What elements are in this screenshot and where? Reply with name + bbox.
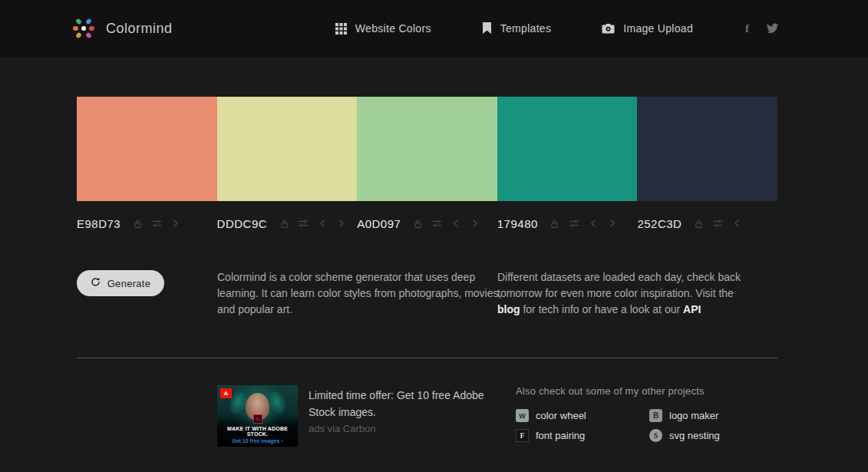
- link-svg-nesting[interactable]: S svg nesting: [649, 429, 720, 442]
- logo-maker-icon: B: [649, 409, 662, 422]
- camera-icon: [602, 23, 615, 34]
- brand-name: Colormind: [106, 21, 173, 37]
- color-wheel-icon: W: [516, 409, 529, 422]
- font-pairing-icon: F: [516, 429, 529, 442]
- projects-heading: Also check out some of my other projects: [516, 385, 720, 397]
- palette-controls-row: E98D73 DDDC9C: [77, 213, 777, 234]
- lock-icon[interactable]: [550, 217, 560, 229]
- link-label: font pairing: [536, 430, 585, 441]
- nav-image-upload[interactable]: Image Upload: [602, 22, 693, 35]
- chevron-right-icon[interactable]: [336, 217, 347, 229]
- adobe-stock-icon: St: [253, 414, 262, 424]
- about-text-left: Colormind is a color scheme generator th…: [217, 269, 503, 318]
- svg-nesting-icon: S: [649, 429, 662, 442]
- color-palette: [77, 97, 777, 201]
- lock-icon[interactable]: [693, 217, 704, 229]
- nav-label: Templates: [500, 22, 552, 35]
- hex-code: E98D73: [77, 217, 120, 230]
- about-text-right: Different datasets are loaded each day, …: [497, 269, 749, 318]
- social-links: f: [745, 22, 779, 35]
- blog-link[interactable]: blog: [497, 303, 520, 315]
- ad-copy: Limited time offer: Get 10 free Adobe St…: [309, 385, 497, 447]
- link-label: color wheel: [536, 410, 586, 421]
- bookmark-icon: [482, 22, 492, 35]
- projects-grid: W color wheel B logo maker F font pairin…: [516, 409, 720, 442]
- chevron-right-icon[interactable]: [470, 217, 480, 229]
- link-label: logo maker: [669, 410, 718, 421]
- facebook-icon[interactable]: f: [745, 22, 749, 35]
- ad-image[interactable]: A St MAKE IT WITH ADOBE STOCK. Get 10 fr…: [217, 385, 298, 447]
- lock-icon[interactable]: [279, 217, 289, 229]
- footer: A St MAKE IT WITH ADOBE STOCK. Get 10 fr…: [77, 385, 777, 472]
- swatch-4[interactable]: [497, 97, 638, 201]
- grid-icon: [335, 23, 347, 35]
- chevron-right-icon[interactable]: [170, 217, 181, 229]
- ad-headline[interactable]: Limited time offer: Get 10 free Adobe St…: [309, 387, 497, 421]
- nav-label: Image Upload: [623, 22, 693, 35]
- chevron-left-icon[interactable]: [317, 217, 328, 229]
- brand[interactable]: Colormind: [73, 18, 173, 39]
- other-projects: Also check out some of my other projects…: [516, 385, 720, 442]
- swatch-controls-5: 252C3D: [637, 213, 777, 234]
- adjust-sliders-icon[interactable]: [712, 217, 723, 229]
- hex-code: 252C3D: [637, 217, 682, 230]
- adjust-sliders-icon[interactable]: [431, 217, 442, 229]
- adjust-sliders-icon[interactable]: [298, 217, 309, 229]
- swatch-controls-4: 179480: [497, 213, 638, 234]
- ad-attribution[interactable]: ads via Carbon: [309, 423, 497, 434]
- adobe-logo-icon: A: [220, 388, 232, 398]
- generate-label: Generate: [107, 278, 151, 289]
- swatch-controls-2: DDDC9C: [217, 213, 358, 234]
- chevron-right-icon[interactable]: [607, 217, 618, 229]
- swatch-2[interactable]: [217, 97, 358, 201]
- hex-code: A0D097: [357, 217, 401, 230]
- adjust-sliders-icon[interactable]: [151, 217, 162, 229]
- about-section: Generate Colormind is a color scheme gen…: [77, 270, 777, 322]
- nav-website-colors[interactable]: Website Colors: [335, 22, 431, 35]
- swatch-5[interactable]: [637, 97, 777, 201]
- link-color-wheel[interactable]: W color wheel: [516, 409, 649, 422]
- chevron-left-icon[interactable]: [731, 217, 742, 229]
- top-navbar: Colormind Website Colors Templ: [0, 0, 868, 57]
- colormind-logo-icon: [73, 18, 94, 39]
- footer-divider: [77, 358, 777, 358]
- link-font-pairing[interactable]: F font pairing: [516, 429, 649, 442]
- nav-templates[interactable]: Templates: [482, 22, 552, 35]
- twitter-icon[interactable]: [766, 23, 779, 35]
- main-nav: Website Colors Templates Image Upload: [335, 22, 693, 35]
- chevron-left-icon[interactable]: [588, 217, 599, 229]
- adjust-sliders-icon[interactable]: [569, 217, 579, 229]
- ad-image-headline: MAKE IT WITH ADOBE STOCK.: [217, 426, 298, 437]
- about-right-part2: for tech info or have a look at our: [520, 303, 683, 315]
- link-label: svg nesting: [669, 430, 720, 441]
- swatch-controls-3: A0D097: [357, 213, 497, 234]
- hex-code: 179480: [497, 217, 538, 230]
- main-content: E98D73 DDDC9C: [77, 97, 777, 472]
- lock-icon[interactable]: [132, 217, 143, 229]
- hex-code: DDDC9C: [217, 217, 268, 230]
- nav-label: Website Colors: [355, 22, 431, 35]
- carbon-ad[interactable]: A St MAKE IT WITH ADOBE STOCK. Get 10 fr…: [217, 385, 497, 447]
- swatch-controls-1: E98D73: [77, 213, 217, 234]
- about-right-part1: Different datasets are loaded each day, …: [497, 271, 741, 299]
- swatch-1[interactable]: [77, 97, 217, 201]
- api-link[interactable]: API: [683, 303, 701, 315]
- swatch-3[interactable]: [357, 97, 497, 201]
- chevron-left-icon[interactable]: [451, 217, 461, 229]
- refresh-icon: [91, 277, 101, 289]
- link-logo-maker[interactable]: B logo maker: [649, 409, 720, 422]
- lock-icon[interactable]: [412, 217, 423, 229]
- generate-button[interactable]: Generate: [77, 270, 164, 296]
- ad-image-cta[interactable]: Get 10 free images ›: [217, 438, 298, 444]
